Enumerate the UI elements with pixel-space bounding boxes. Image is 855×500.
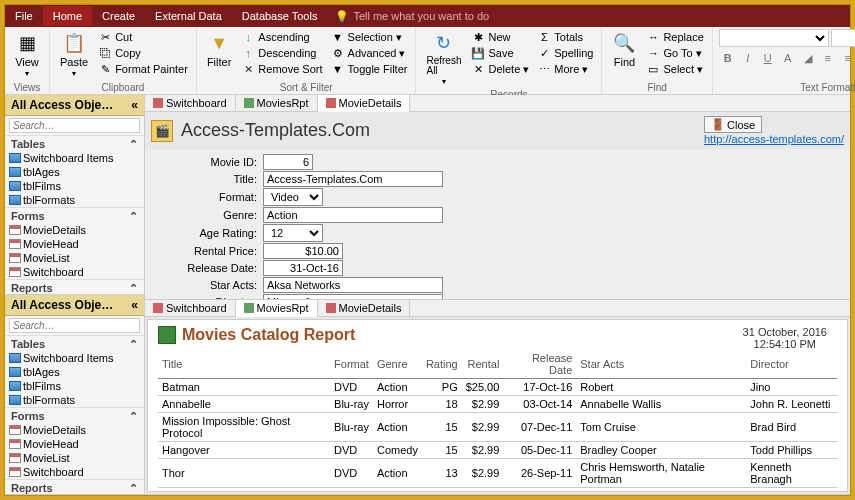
nav-item-tblages[interactable]: tblAges	[5, 365, 144, 379]
table-row[interactable]: ThorDVDAction13$2.9926-Sep-11Chris Hemsw…	[158, 458, 837, 487]
copy-button[interactable]: ⿻Copy	[96, 45, 190, 61]
select-button[interactable]: ▭Select ▾	[644, 61, 705, 77]
doc-tab-switchboard[interactable]: Switchboard	[145, 95, 236, 111]
painter-label: Format Painter	[115, 63, 188, 75]
table-row[interactable]: BatmanDVDActionPG$25.0017-Oct-16RobertJi…	[158, 378, 837, 395]
cell: Blu-ray	[330, 395, 373, 412]
cell: Hangover	[158, 441, 330, 458]
font-color-button[interactable]: A	[779, 49, 797, 67]
ascending-button[interactable]: ↓Ascending	[239, 29, 324, 45]
ribbon: ▦View▾ Views 📋Paste▾ ✂Cut ⿻Copy ✎Format …	[5, 27, 850, 95]
chevron-left-icon[interactable]: «	[131, 98, 138, 112]
nav-item-movielist[interactable]: MovieList	[5, 451, 144, 465]
nav-item-tblfilms[interactable]: tblFilms	[5, 179, 144, 193]
selection-label: Selection	[348, 31, 393, 43]
advanced-button[interactable]: ⚙Advanced ▾	[329, 45, 410, 61]
table-icon	[9, 195, 21, 205]
cell: $25.00	[462, 378, 504, 395]
nav-header[interactable]: All Access Obje…«	[5, 295, 144, 316]
filter-button[interactable]: ▼Filter	[203, 29, 235, 70]
input-movie-id[interactable]	[263, 154, 313, 170]
doc-tab-switchboard[interactable]: Switchboard	[145, 300, 236, 316]
nav-item-moviehead[interactable]: MovieHead	[5, 237, 144, 251]
nav-item-switchboard-items[interactable]: Switchboard Items	[5, 151, 144, 165]
nav-header[interactable]: All Access Obje…«	[5, 95, 144, 116]
nav-item-moviedetails[interactable]: MovieDetails	[5, 223, 144, 237]
nav-title: All Access Obje…	[11, 98, 113, 112]
more-button[interactable]: ⋯More ▾	[535, 61, 595, 77]
select-format[interactable]: Video	[263, 188, 323, 206]
chevron-left-icon[interactable]: «	[131, 298, 138, 312]
nav-item-moviedetails[interactable]: MovieDetails	[5, 423, 144, 437]
bold-button[interactable]: B	[719, 49, 737, 67]
doc-tab-moviedetails[interactable]: MovieDetails	[318, 300, 411, 316]
nav-section-reports[interactable]: Reports⌃	[5, 479, 144, 495]
form-link[interactable]: http://access-templates.com/	[704, 133, 844, 145]
doc-tab-moviesrpt[interactable]: MoviesRpt	[236, 95, 318, 111]
tell-me[interactable]: 💡 Tell me what you want to do	[327, 10, 489, 23]
nav-search-input[interactable]	[9, 118, 140, 133]
input-price[interactable]	[263, 243, 343, 259]
spelling-button[interactable]: ✓Spelling	[535, 45, 595, 61]
nav-section-tables[interactable]: Tables⌃	[5, 335, 144, 351]
view-button[interactable]: ▦View▾	[11, 29, 43, 80]
nav-search-input[interactable]	[9, 318, 140, 333]
underline-button[interactable]: U	[759, 49, 777, 67]
paste-button[interactable]: 📋Paste▾	[56, 29, 92, 80]
table-icon	[9, 367, 21, 377]
format-painter-button[interactable]: ✎Format Painter	[96, 61, 190, 77]
nav-item-tblfilms[interactable]: tblFilms	[5, 379, 144, 393]
cell: Comedy	[373, 441, 422, 458]
remove-sort-button[interactable]: ⨯Remove Sort	[239, 61, 324, 77]
fill-color-button[interactable]: ◢	[799, 49, 817, 67]
table-row[interactable]: AnnabelleBlu-rayHorror18$2.9903-Oct-14An…	[158, 395, 837, 412]
new-button[interactable]: ✱New	[469, 29, 531, 45]
input-release[interactable]	[263, 260, 343, 276]
totals-button[interactable]: ΣTotals	[535, 29, 595, 45]
nav-item-tblformats[interactable]: tblFormats	[5, 193, 144, 207]
tab-home[interactable]: Home	[43, 6, 92, 26]
tab-create[interactable]: Create	[92, 6, 145, 26]
align-left-button[interactable]: ≡	[819, 49, 837, 67]
doc-tab-moviesrpt[interactable]: MoviesRpt	[236, 300, 318, 317]
nav-section-tables[interactable]: Tables⌃	[5, 135, 144, 151]
font-select[interactable]	[719, 29, 829, 47]
nav-item-tblformats[interactable]: tblFormats	[5, 393, 144, 407]
select-age[interactable]: 12	[263, 224, 323, 242]
nav-item-moviehead[interactable]: MovieHead	[5, 437, 144, 451]
tab-database-tools[interactable]: Database Tools	[232, 6, 328, 26]
nav-item-switchboard-items[interactable]: Switchboard Items	[5, 351, 144, 365]
cut-button[interactable]: ✂Cut	[96, 29, 190, 45]
table-icon	[9, 353, 21, 363]
size-select[interactable]	[831, 29, 855, 47]
nav-item-movielist[interactable]: MovieList	[5, 251, 144, 265]
input-director[interactable]	[263, 294, 443, 299]
table-row[interactable]: Mission Impossible: Ghost ProtocolBlu-ra…	[158, 412, 837, 441]
input-genre[interactable]	[263, 207, 443, 223]
table-row[interactable]: HangoverDVDComedy15$2.9905-Dec-11Bradley…	[158, 441, 837, 458]
toggle-filter-button[interactable]: ▼Toggle Filter	[329, 61, 410, 77]
descending-button[interactable]: ↑Descending	[239, 45, 324, 61]
selection-icon: ▼	[331, 30, 345, 44]
italic-button[interactable]: I	[739, 49, 757, 67]
selection-button[interactable]: ▼Selection ▾	[329, 29, 410, 45]
delete-button[interactable]: ✕Delete ▾	[469, 61, 531, 77]
nav-item-switchboard-form[interactable]: Switchboard	[5, 465, 144, 479]
nav-section-forms[interactable]: Forms⌃	[5, 207, 144, 223]
close-button[interactable]: 🚪Close	[704, 116, 762, 133]
align-center-button[interactable]: ≡	[839, 49, 855, 67]
tab-external-data[interactable]: External Data	[145, 6, 232, 26]
refresh-button[interactable]: ↻Refresh All▾	[422, 29, 465, 88]
input-stars[interactable]	[263, 277, 443, 293]
input-title[interactable]	[263, 171, 443, 187]
nav-section-reports[interactable]: Reports⌃	[5, 279, 144, 295]
nav-item-tblages[interactable]: tblAges	[5, 165, 144, 179]
doc-tab-moviedetails[interactable]: MovieDetails	[318, 95, 411, 112]
save-button[interactable]: 💾Save	[469, 45, 531, 61]
tab-file[interactable]: File	[5, 6, 43, 26]
nav-section-forms[interactable]: Forms⌃	[5, 407, 144, 423]
find-button[interactable]: 🔍Find	[608, 29, 640, 70]
replace-button[interactable]: ↔Replace	[644, 29, 705, 45]
nav-item-switchboard-form[interactable]: Switchboard	[5, 265, 144, 279]
goto-button[interactable]: →Go To ▾	[644, 45, 705, 61]
